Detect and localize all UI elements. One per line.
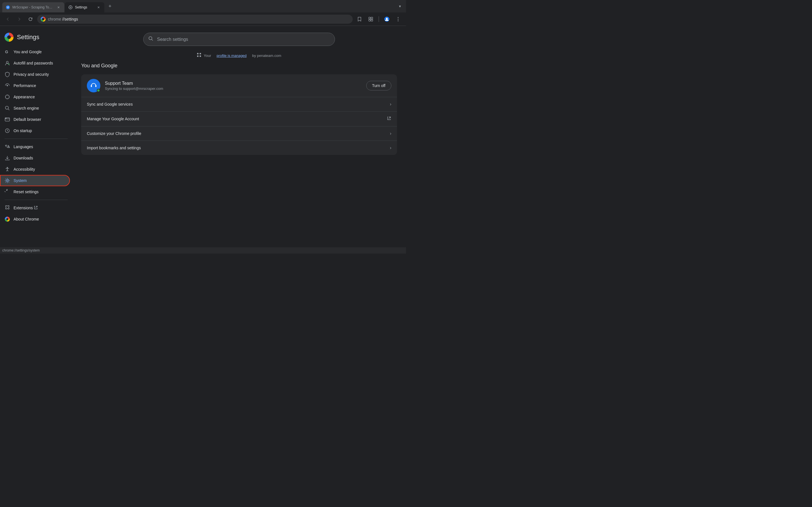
reload-button[interactable] — [26, 15, 35, 24]
menu-row-manage-account-label: Manage Your Google Account — [87, 117, 387, 121]
managed-grid-icon — [197, 53, 201, 58]
sidebar-item-performance[interactable]: Performance — [0, 80, 70, 91]
svg-point-19 — [6, 118, 6, 119]
search-input[interactable] — [157, 37, 330, 42]
sidebar-item-you-and-google[interactable]: G You and Google — [0, 46, 70, 57]
bookmark-button[interactable] — [355, 15, 364, 24]
menu-row-customize-profile[interactable]: Customize your Chrome profile › — [81, 126, 397, 141]
tab-settings[interactable]: Settings ✕ — [65, 2, 104, 12]
sidebar-item-default-browser[interactable]: Default browser — [0, 114, 70, 125]
svg-point-22 — [6, 180, 8, 181]
sidebar: Settings G You and Google — [0, 26, 72, 247]
sidebar-divider-1 — [4, 138, 68, 139]
autofill-icon — [4, 60, 10, 66]
appearance-icon — [4, 94, 10, 100]
performance-icon — [4, 83, 10, 89]
tab-mrscraper[interactable]: M MrScraper - Scraping Tool & ✕ — [2, 2, 64, 12]
tab-mrscraper-close[interactable]: ✕ — [56, 5, 61, 10]
profile-row: Support Team Syncing to support@mrscrape… — [81, 74, 397, 97]
status-bar-text: chrome://settings/system — [2, 248, 40, 252]
managed-text-after: by penateam.com — [252, 54, 281, 58]
tab-settings-close[interactable]: ✕ — [96, 5, 101, 10]
sidebar-label-autofill: Autofill and passwords — [13, 61, 53, 65]
menu-button[interactable] — [394, 15, 403, 24]
svg-point-16 — [5, 95, 9, 99]
you-and-google-card: Support Team Syncing to support@mrscrape… — [81, 74, 397, 155]
tab-dropdown-button[interactable]: ▾ — [396, 2, 404, 10]
status-bar: chrome://settings/system — [0, 247, 406, 253]
sidebar-item-appearance[interactable]: Appearance — [0, 91, 70, 103]
svg-point-10 — [398, 17, 399, 18]
menu-row-sync[interactable]: Sync and Google services › — [81, 97, 397, 112]
svg-point-23 — [149, 37, 152, 40]
svg-rect-5 — [371, 17, 373, 19]
main-area: Settings G You and Google — [0, 26, 406, 247]
system-icon — [4, 178, 10, 183]
sidebar-item-privacy[interactable]: Privacy and security — [0, 69, 70, 80]
profile-button[interactable] — [382, 15, 391, 24]
sidebar-label-privacy: Privacy and security — [13, 72, 49, 76]
sidebar-item-languages[interactable]: Languages — [0, 141, 70, 152]
sidebar-item-on-startup[interactable]: On startup — [0, 125, 70, 136]
omnibox-bar: chrome //settings — [0, 12, 406, 26]
omnibox[interactable]: chrome //settings — [37, 15, 353, 24]
turn-off-button[interactable]: Turn off — [366, 81, 391, 91]
svg-rect-30 — [95, 85, 96, 87]
svg-rect-6 — [369, 19, 370, 21]
svg-text:G: G — [5, 50, 8, 54]
customize-profile-arrow-icon: › — [390, 131, 391, 136]
svg-text:M: M — [7, 6, 9, 9]
sidebar-item-system[interactable]: System — [0, 175, 70, 186]
extensions-sidebar-icon — [4, 205, 10, 211]
sidebar-item-accessibility[interactable]: Accessibility — [0, 164, 70, 175]
svg-rect-26 — [197, 55, 199, 57]
content-area: Your profile is managed by penateam.com … — [72, 26, 406, 247]
svg-rect-7 — [371, 19, 373, 21]
sidebar-label-performance: Performance — [13, 83, 36, 88]
extensions-button[interactable] — [366, 15, 375, 24]
menu-row-manage-account[interactable]: Manage Your Google Account — [81, 112, 397, 126]
forward-button[interactable] — [15, 15, 24, 24]
on-startup-icon — [4, 128, 10, 133]
you-and-google-icon: G — [4, 49, 10, 55]
default-browser-icon — [4, 117, 10, 122]
sidebar-item-search-engine[interactable]: Search engine — [0, 103, 70, 114]
sidebar-label-default-browser: Default browser — [13, 117, 41, 122]
mrscraper-favicon: M — [6, 5, 10, 10]
tab-settings-title: Settings — [75, 5, 94, 9]
sidebar-item-reset-settings[interactable]: Reset settings — [0, 186, 70, 198]
toolbar-divider — [378, 16, 379, 22]
sidebar-item-extensions[interactable]: Extensions — [0, 202, 70, 214]
sidebar-item-autofill[interactable]: Autofill and passwords — [0, 57, 70, 69]
svg-point-21 — [7, 167, 8, 168]
omnibox-path: //settings — [62, 17, 78, 21]
svg-rect-27 — [200, 55, 201, 57]
manage-account-external-icon — [387, 116, 391, 122]
reset-settings-icon — [4, 189, 10, 194]
profile-name: Support Team — [105, 81, 362, 86]
managed-link[interactable]: profile is managed — [216, 54, 246, 58]
search-bar[interactable] — [143, 33, 335, 46]
menu-row-sync-label: Sync and Google services — [87, 102, 390, 107]
avatar-online-indicator — [97, 89, 100, 92]
svg-point-17 — [5, 106, 8, 109]
sidebar-label-downloads: Downloads — [13, 156, 33, 160]
svg-rect-29 — [91, 85, 92, 87]
new-tab-button[interactable]: + — [106, 2, 114, 10]
search-icon — [148, 36, 154, 43]
sidebar-item-downloads[interactable]: Downloads — [0, 152, 70, 164]
about-chrome-icon — [4, 216, 10, 222]
back-button[interactable] — [3, 15, 12, 24]
omnibox-text: chrome //settings — [48, 17, 78, 21]
section-title: You and Google — [81, 63, 397, 71]
menu-row-import-bookmarks[interactable]: Import bookmarks and settings › — [81, 141, 397, 155]
sidebar-item-about-chrome[interactable]: About Chrome — [0, 214, 70, 225]
sidebar-label-about-chrome: About Chrome — [13, 217, 39, 221]
svg-point-9 — [386, 18, 388, 19]
downloads-icon — [4, 155, 10, 161]
languages-icon — [4, 144, 10, 150]
sidebar-label-system: System — [13, 178, 27, 183]
svg-point-11 — [398, 18, 399, 19]
import-bookmarks-arrow-icon: › — [390, 145, 391, 151]
tab-bar: M MrScraper - Scraping Tool & ✕ Settings… — [0, 0, 406, 12]
